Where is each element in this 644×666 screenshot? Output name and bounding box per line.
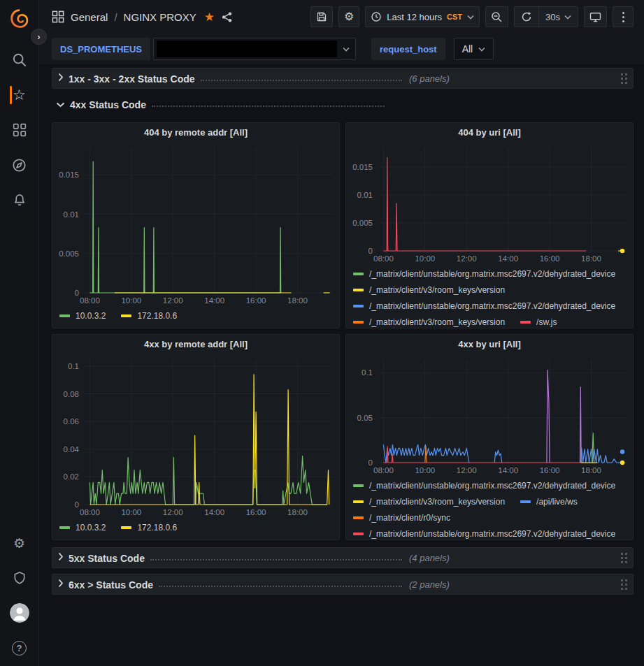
- shield-icon: [13, 571, 27, 585]
- y-tick-label: 0.04: [64, 445, 80, 454]
- series-line: [90, 456, 327, 505]
- chart-area: 08:0010:0012:0014:0016:0018:0000.0050.01…: [52, 141, 339, 307]
- legend-label: /api/live/ws: [536, 497, 578, 507]
- sidebar-item-search[interactable]: [0, 52, 39, 68]
- legend-swatch: [353, 305, 364, 307]
- panel-404-by-remote-addr: 404 by remote addr [All] 08:0010:0012:00…: [52, 122, 340, 328]
- legend-item[interactable]: 10.0.3.2: [59, 523, 106, 533]
- panel-title[interactable]: 4xx by remote addr [All]: [52, 335, 339, 353]
- panel-title[interactable]: 404 by uri [All]: [346, 123, 633, 141]
- x-tick-label: 08:00: [80, 296, 100, 305]
- legend-item[interactable]: /_matrix/client/v3/room_keys/version: [353, 497, 505, 507]
- time-range-picker[interactable]: Last 12 hours CST: [365, 6, 480, 27]
- x-tick-label: 18:00: [287, 296, 308, 305]
- legend-item[interactable]: /_matrix/client/v3/room_keys/version: [353, 285, 505, 295]
- chart-canvas[interactable]: 08:0010:0012:0014:0016:0018:0000.050.1: [346, 353, 633, 477]
- time-range-label: Last 12 hours: [387, 12, 442, 22]
- save-dashboard-button[interactable]: [310, 6, 333, 27]
- legend-row: /_matrix/client/unstable/org.matrix.msc2…: [353, 526, 626, 540]
- request-host-variable-label[interactable]: request_host: [371, 38, 445, 60]
- x-tick-label: 10:00: [121, 296, 141, 305]
- datasource-variable-label[interactable]: DS_PROMETHEUS: [52, 38, 150, 60]
- zoom-out-button[interactable]: [485, 6, 508, 27]
- legend-item[interactable]: /_matrix/client/v3/room_keys/version: [353, 317, 505, 327]
- legend-item[interactable]: /api/live/ws: [520, 497, 578, 507]
- sidebar: › ☆: [0, 0, 39, 666]
- chevron-right-icon: [58, 579, 64, 588]
- legend-item[interactable]: 172.18.0.6: [121, 311, 177, 321]
- legend-item[interactable]: 10.0.3.2: [59, 311, 106, 321]
- legend-label: /_matrix/client/unstable/org.matrix.msc2…: [369, 481, 615, 491]
- x-tick-label: 08:00: [373, 254, 394, 263]
- gear-icon: ⚙: [13, 537, 25, 550]
- sidebar-expand-button[interactable]: ›: [31, 29, 47, 45]
- gear-icon: ⚙: [344, 11, 354, 22]
- sidebar-item-help[interactable]: ?: [0, 639, 39, 656]
- refresh-icon: [521, 11, 532, 22]
- page-title[interactable]: NGINX PROXY: [124, 11, 196, 23]
- series-end-point: [620, 449, 624, 454]
- chevron-down-icon: [478, 47, 485, 52]
- legend-swatch: [121, 526, 131, 529]
- panel-title[interactable]: 404 by remote addr [All]: [52, 123, 339, 141]
- row-5xx[interactable]: 5xx Status Code (4 panels): [52, 547, 634, 568]
- row-drag-handle[interactable]: [621, 579, 627, 590]
- chevron-down-icon: [343, 47, 350, 52]
- sidebar-top-group: ☆: [0, 52, 39, 208]
- legend-swatch: [59, 526, 70, 529]
- legend-item[interactable]: /_matrix/client/unstable/org.matrix.msc2…: [353, 301, 615, 311]
- y-tick-label: 0.05: [357, 414, 373, 422]
- refresh-interval-select[interactable]: 30s: [538, 7, 578, 27]
- sidebar-item-explore[interactable]: [0, 157, 39, 173]
- sidebar-item-alerting[interactable]: [0, 191, 39, 208]
- legend-item[interactable]: /_matrix/client/unstable/org.matrix.msc2…: [353, 269, 615, 279]
- legend-label: /_matrix/client/v3/room_keys/version: [369, 317, 505, 327]
- legend-item[interactable]: 172.18.0.6: [121, 523, 177, 533]
- request-host-select[interactable]: All: [454, 38, 494, 60]
- more-options-button[interactable]: [613, 6, 634, 27]
- apps-grid-icon[interactable]: [52, 10, 64, 23]
- kebab-icon: [622, 12, 624, 22]
- legend-item[interactable]: /_matrix/client/unstable/org.matrix.msc2…: [353, 481, 615, 491]
- share-icon[interactable]: [221, 11, 233, 23]
- legend-item[interactable]: /_matrix/client/unstable/org.matrix.msc2…: [353, 529, 615, 539]
- panel-title[interactable]: 4xx by uri [All]: [346, 335, 633, 353]
- cycle-view-mode-button[interactable]: [584, 6, 607, 27]
- sidebar-item-dashboards[interactable]: [0, 122, 39, 138]
- sidebar-item-starred[interactable]: ☆: [0, 87, 39, 103]
- breadcrumb: General / NGINX PROXY ★: [52, 10, 233, 24]
- chart-canvas[interactable]: 08:0010:0012:0014:0016:0018:0000.0050.01…: [52, 141, 339, 307]
- row-drag-handle[interactable]: [621, 553, 627, 563]
- row-1xx-3xx-2xx[interactable]: 1xx - 3xx - 2xx Status Code (6 panels): [52, 68, 634, 89]
- datasource-select[interactable]: [153, 38, 356, 60]
- row-drag-handle[interactable]: [621, 73, 627, 84]
- sidebar-item-configuration[interactable]: ⚙: [0, 535, 39, 551]
- panel-legend: /_matrix/client/unstable/org.matrix.msc2…: [346, 265, 633, 328]
- favorite-star-icon[interactable]: ★: [204, 10, 215, 24]
- active-indicator: [10, 86, 12, 104]
- x-tick-label: 16:00: [540, 466, 560, 475]
- grafana-logo[interactable]: [8, 7, 31, 31]
- row-4xx[interactable]: 4xx Status Code: [52, 94, 634, 115]
- chart-canvas[interactable]: 08:0010:0012:0014:0016:0018:0000.0050.01…: [346, 141, 633, 265]
- x-tick-label: 08:00: [373, 466, 394, 475]
- chevron-down-icon: [467, 15, 474, 20]
- panel-legend: 10.0.3.2172.18.0.6: [52, 519, 339, 540]
- row-6xx[interactable]: 6xx > Status Code (2 panels): [52, 574, 634, 595]
- legend-item[interactable]: /sw.js: [520, 317, 557, 327]
- chart-area: 08:0010:0012:0014:0016:0018:0000.0050.01…: [346, 141, 633, 265]
- refresh-button[interactable]: [515, 7, 538, 27]
- series-line: [580, 387, 582, 463]
- series-end-point: [620, 461, 624, 465]
- x-tick-label: 14:00: [498, 466, 518, 475]
- dotted-leader: [201, 80, 402, 81]
- sidebar-item-server-admin[interactable]: [0, 570, 39, 586]
- chart-canvas[interactable]: 08:0010:0012:0014:0016:0018:0000.020.040…: [52, 353, 339, 519]
- dashboard-header: General / NGINX PROXY ★ ⚙: [39, 0, 644, 34]
- legend-item[interactable]: /_matrix/client/r0/sync: [353, 513, 450, 523]
- search-icon: [12, 52, 27, 68]
- sidebar-item-profile[interactable]: [0, 605, 39, 621]
- dashboard-settings-button[interactable]: ⚙: [338, 6, 359, 27]
- variables-bar: DS_PROMETHEUS request_host All: [39, 34, 644, 64]
- breadcrumb-section[interactable]: General: [71, 11, 108, 23]
